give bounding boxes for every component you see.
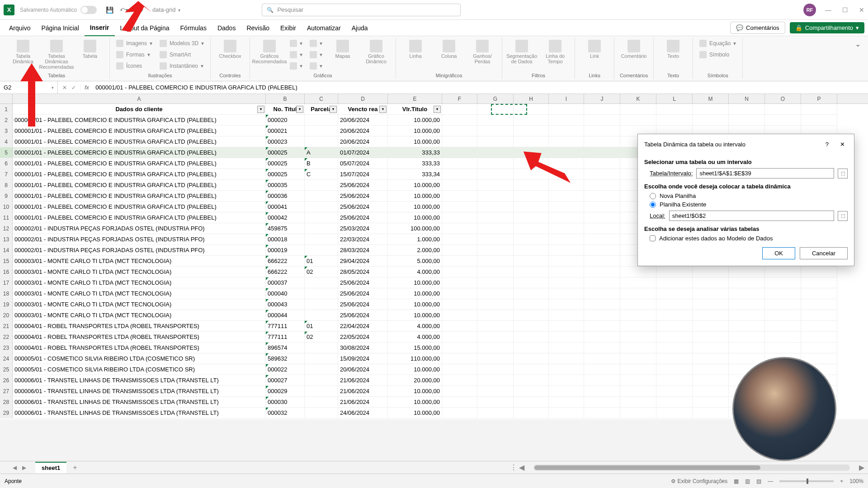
row-header-16[interactable]: 16 <box>0 267 13 277</box>
cell[interactable] <box>693 408 729 418</box>
cell[interactable] <box>584 277 620 288</box>
cell[interactable]: 1.000,00 <box>388 234 442 245</box>
cell[interactable] <box>801 321 837 332</box>
checkbox-button[interactable]: Checkbox <box>214 38 246 61</box>
cell[interactable]: 000001/01 - PALEBEL COMERCIO E INDUSTRIA… <box>13 126 266 136</box>
chart-bar-button[interactable]: ▾ <box>307 38 325 49</box>
row-header-12[interactable]: 12 <box>0 223 13 234</box>
cell[interactable]: B <box>305 158 338 169</box>
sheet-tab-1[interactable]: sheet1 <box>35 462 66 473</box>
cell[interactable] <box>514 375 549 386</box>
cell[interactable] <box>584 136 620 147</box>
cell[interactable] <box>477 169 514 180</box>
col-header-O[interactable]: O <box>765 94 801 103</box>
cell[interactable]: C <box>305 169 338 180</box>
share-button[interactable]: 🔒 Compartilhamento ▾ <box>790 22 864 33</box>
col-header-H[interactable]: H <box>514 94 549 103</box>
cell[interactable] <box>584 245 620 256</box>
cell[interactable]: 10.000,00 <box>388 364 442 375</box>
cell[interactable]: 29/04/2024 <box>338 256 388 267</box>
display-settings-button[interactable]: ⚙ Exibir Configurações <box>671 478 727 484</box>
cell[interactable] <box>514 158 549 169</box>
cell[interactable] <box>656 397 693 408</box>
cell[interactable] <box>620 267 656 277</box>
cell[interactable]: 000042 <box>266 212 305 223</box>
cell[interactable]: 333,33 <box>388 147 442 158</box>
col-header-C[interactable]: C <box>305 94 338 103</box>
cell[interactable] <box>514 234 549 245</box>
comments-button[interactable]: 💬 Comentários <box>730 22 785 34</box>
cell[interactable] <box>442 147 477 158</box>
cell[interactable] <box>584 202 620 212</box>
cell[interactable] <box>620 343 656 353</box>
ribbon-tab-página-inicial[interactable]: Página Inicial <box>36 20 84 36</box>
cell[interactable] <box>549 288 584 299</box>
cell[interactable] <box>693 115 729 126</box>
row-header-29[interactable]: 29 <box>0 408 13 418</box>
cell[interactable] <box>442 321 477 332</box>
cell[interactable] <box>442 375 477 386</box>
cell[interactable]: 000025 <box>266 169 305 180</box>
cell[interactable] <box>729 115 765 126</box>
cell[interactable] <box>620 332 656 343</box>
row-header-13[interactable]: 13 <box>0 234 13 245</box>
cell[interactable]: 000018 <box>266 234 305 245</box>
row-header-2[interactable]: 2 <box>0 115 13 126</box>
cell[interactable]: 000019 <box>266 245 305 256</box>
cell[interactable] <box>549 256 584 267</box>
cell[interactable]: 20.000,00 <box>388 375 442 386</box>
cell[interactable]: 000001/01 - PALEBEL COMERCIO E INDUSTRIA… <box>13 147 266 158</box>
maps-button[interactable]: Mapas <box>327 38 359 61</box>
chart-col-button[interactable]: ▾ <box>287 38 305 49</box>
cell[interactable] <box>584 375 620 386</box>
cell[interactable] <box>442 169 477 180</box>
symbol-button[interactable]: Símbolo <box>697 49 739 60</box>
cell[interactable]: 777111 <box>266 321 305 332</box>
cell[interactable] <box>549 104 584 115</box>
cell[interactable] <box>514 180 549 191</box>
cell[interactable] <box>514 267 549 277</box>
cell[interactable] <box>656 288 693 299</box>
cell[interactable]: 000001/01 - PALEBEL COMERCIO E INDUSTRIA… <box>13 202 266 212</box>
cell[interactable] <box>549 169 584 180</box>
cell[interactable] <box>765 277 801 288</box>
cell[interactable] <box>765 310 801 321</box>
filename[interactable]: data-grid <box>152 6 180 13</box>
cell[interactable]: 30/08/2024 <box>338 343 388 353</box>
cell[interactable]: 22/03/2024 <box>338 234 388 245</box>
cell[interactable] <box>584 397 620 408</box>
cell[interactable] <box>584 353 620 364</box>
cell[interactable]: 25/06/2024 <box>338 288 388 299</box>
col-header-K[interactable]: K <box>620 94 656 103</box>
cell[interactable] <box>549 126 584 136</box>
cell[interactable]: 333,33 <box>388 158 442 169</box>
cell[interactable] <box>442 180 477 191</box>
cell[interactable]: 4.000,00 <box>388 321 442 332</box>
cell[interactable]: 10.000,00 <box>388 310 442 321</box>
cell[interactable] <box>514 343 549 353</box>
cell[interactable] <box>514 126 549 136</box>
cell[interactable] <box>656 343 693 353</box>
fx-accept-icon[interactable]: ✓ <box>71 84 76 91</box>
filter-icon[interactable]: ▾ <box>379 106 387 113</box>
ribbon-tab-ajuda[interactable]: Ajuda <box>346 20 373 36</box>
hscroll-right-icon[interactable]: ▶ <box>859 463 864 472</box>
cell[interactable]: 10.000,00 <box>388 115 442 126</box>
cell[interactable] <box>549 234 584 245</box>
cell[interactable] <box>765 288 801 299</box>
cell[interactable] <box>584 223 620 234</box>
cell[interactable] <box>477 104 514 115</box>
cell[interactable] <box>549 299 584 310</box>
cell[interactable] <box>442 353 477 364</box>
col-header-J[interactable]: J <box>584 94 620 103</box>
cell[interactable] <box>549 180 584 191</box>
cell[interactable] <box>584 299 620 310</box>
cell[interactable]: 000001/01 - PALEBEL COMERCIO E INDUSTRIA… <box>13 158 266 169</box>
cell[interactable]: 25/06/2024 <box>338 310 388 321</box>
cell[interactable] <box>514 115 549 126</box>
cell[interactable]: 000005/01 - COSMETICO SILVIA RIBEIRO LTD… <box>13 353 266 364</box>
cell[interactable]: 000037 <box>266 277 305 288</box>
cell[interactable] <box>584 234 620 245</box>
col-header-P[interactable]: P <box>801 94 837 103</box>
cell[interactable] <box>729 310 765 321</box>
